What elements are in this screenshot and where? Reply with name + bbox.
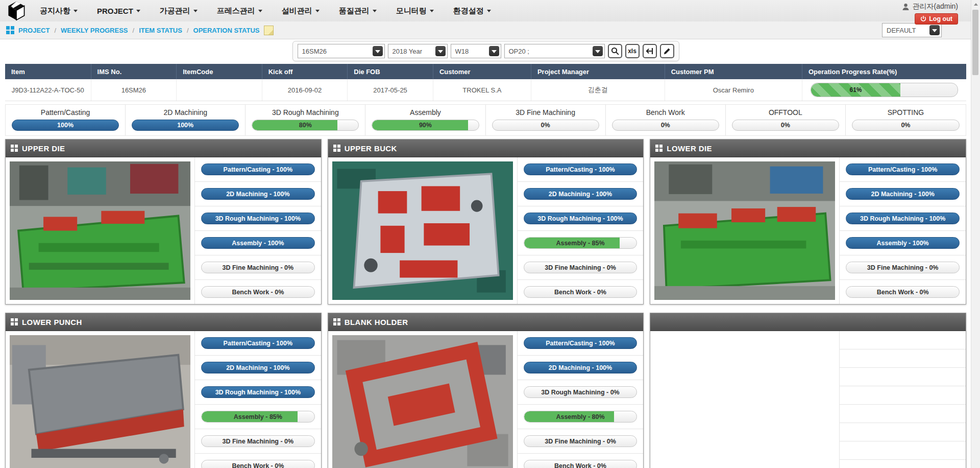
cell: 2017-05-25 — [347, 79, 433, 101]
breadcrumb-link[interactable]: PROJECT — [18, 27, 50, 34]
panel-steps: Pattern/Casting - 100%2D Machining - 100… — [839, 157, 966, 304]
progress-pill[interactable]: 3D Fine Machining - 0% — [201, 262, 315, 273]
progress-pill[interactable]: Pattern/Casting - 100% — [846, 163, 960, 175]
scrollbar-thumb[interactable] — [972, 10, 978, 75]
panel-photo[interactable] — [6, 331, 194, 468]
nav-item-label: 설비관리 — [282, 6, 312, 16]
nav-menu-item[interactable]: 가공관리 — [160, 6, 198, 16]
progress-fill: 61% — [811, 83, 900, 97]
enter-button[interactable] — [643, 44, 657, 58]
select-value: DEFAULT — [887, 27, 916, 34]
nav-menu-item[interactable]: 설비관리 — [282, 6, 320, 16]
progress-pill[interactable]: 3D Rough Machining - 100% — [201, 386, 315, 398]
filter-select-week[interactable]: W18 — [451, 44, 501, 58]
breadcrumb-link[interactable]: WEEKLY PROGRESS — [61, 27, 128, 34]
progress-pill[interactable]: 3D Rough Machining - 100% — [201, 213, 315, 224]
filter-select-item[interactable]: 16SM26 — [298, 44, 385, 58]
panel-steps: Pattern/Casting - 100%2D Machining - 100… — [517, 157, 644, 304]
column-header: Project Manager — [531, 64, 665, 79]
pill-label: 90% — [419, 122, 432, 129]
progress-pill[interactable]: 2D Machining - 100% — [524, 362, 638, 373]
panel-body: Pattern/Casting - 100%2D Machining - 100… — [650, 157, 966, 304]
search-button[interactable] — [608, 44, 622, 58]
nav-menu-item[interactable]: 환경설정 — [453, 6, 491, 16]
step-row: Assembly - 80% — [518, 405, 644, 429]
step-row: Pattern/Casting - 100% — [195, 157, 321, 182]
panel-header: BLANK HOLDER — [328, 313, 644, 331]
user-info: 관리자(admin) — [902, 2, 958, 11]
app-logo-icon[interactable] — [6, 1, 27, 20]
preset-select[interactable]: DEFAULT — [882, 23, 942, 37]
panel-photo[interactable] — [328, 331, 517, 468]
progress-bar: 61% — [811, 83, 958, 97]
nav-item-label: 품질관리 — [339, 6, 370, 16]
breadcrumb-link[interactable]: OPERATION STATUS — [193, 27, 260, 34]
filter-select-operation[interactable]: OP20 ; — [504, 44, 605, 58]
panel-header: UPPER BUCK — [328, 139, 644, 157]
preset-select-wrap: DEFAULT — [882, 23, 942, 37]
progress-pill[interactable]: Pattern/Casting - 100% — [201, 337, 315, 349]
progress-pill[interactable]: Bench Work - 0% — [524, 286, 638, 298]
nav-menu-item[interactable]: 프레스관리 — [217, 6, 262, 16]
filter-group: 16SM262018 YearW18OP20 ; xls — [292, 41, 679, 61]
logout-button[interactable]: Log out — [915, 13, 958, 25]
progress-pill[interactable]: 2D Machining - 100% — [846, 188, 960, 200]
nav-menu-item[interactable]: 모니터링 — [396, 6, 434, 16]
progress-pill[interactable]: 2D Machining - 100% — [524, 188, 638, 200]
cell — [176, 79, 262, 101]
nav-menu-item[interactable]: PROJECT — [97, 7, 140, 15]
step-row: 3D Rough Machining - 100% — [195, 206, 321, 231]
vertical-scrollbar[interactable] — [971, 0, 980, 468]
progress-pill[interactable]: 2D Machining - 100% — [201, 188, 315, 200]
progress-pill[interactable]: Pattern/Casting - 100% — [201, 163, 315, 175]
progress-pill[interactable]: 3D Rough Machining - 0% — [524, 386, 638, 398]
progress-pill[interactable]: Bench Work - 0% — [201, 460, 315, 468]
panel-photo[interactable] — [328, 157, 517, 304]
progress-pill[interactable]: Pattern/Casting - 100% — [524, 163, 638, 175]
breadcrumb-link[interactable]: ITEM STATUS — [139, 27, 182, 34]
summary-item: OFFTOOL0% — [726, 105, 846, 135]
pill-label: Assembly - 100% — [232, 240, 284, 247]
summary-label: SPOTTING — [852, 108, 960, 116]
select-value: W18 — [455, 48, 469, 55]
edit-button[interactable] — [660, 44, 674, 58]
excel-export-button[interactable]: xls — [625, 44, 640, 58]
progress-pill[interactable]: 3D Fine Machining - 0% — [524, 262, 638, 273]
chevron-down-icon — [430, 10, 434, 12]
panels-grid: UPPER DIEPattern/Casting - 100%2D Machin… — [5, 139, 966, 468]
progress-pill[interactable]: Assembly - 85% — [524, 237, 638, 249]
nav-item-label: 모니터링 — [396, 6, 427, 16]
progress-pill[interactable]: 3D Fine Machining - 0% — [524, 435, 638, 447]
progress-pill[interactable]: Assembly - 80% — [524, 411, 638, 423]
progress-pill[interactable]: Assembly - 85% — [201, 411, 315, 423]
progress-pill[interactable]: Bench Work - 0% — [524, 460, 638, 468]
logout-label: Log out — [929, 15, 952, 22]
panel-header: UPPER DIE — [6, 139, 321, 157]
nav-menu-item[interactable]: 품질관리 — [339, 6, 377, 16]
progress-pill: 100% — [132, 120, 239, 131]
summary-item: 3D Fine Machining0% — [486, 105, 606, 135]
pill-label: Pattern/Casting - 100% — [224, 340, 292, 347]
panel-photo[interactable] — [6, 157, 194, 304]
progress-pill[interactable]: 3D Rough Machining - 100% — [846, 213, 960, 224]
progress-pill[interactable]: Bench Work - 0% — [846, 286, 960, 298]
scroll-up-arrow[interactable] — [971, 0, 980, 9]
panel-title: UPPER DIE — [22, 144, 65, 153]
progress-pill[interactable]: Assembly - 100% — [201, 237, 315, 249]
note-icon[interactable] — [264, 26, 274, 35]
filter-select-year[interactable]: 2018 Year — [388, 44, 448, 58]
progress-pill[interactable]: 2D Machining - 100% — [201, 362, 315, 373]
progress-pill: 0% — [492, 120, 599, 131]
progress-pill[interactable]: Assembly - 100% — [846, 237, 960, 249]
progress-pill[interactable]: Bench Work - 0% — [201, 286, 315, 298]
panel-photo[interactable] — [650, 157, 839, 304]
nav-menu-item[interactable]: 공지사항 — [40, 6, 78, 16]
cell: Oscar Remiro — [665, 79, 802, 101]
panel-header: LOWER DIE — [650, 139, 966, 157]
progress-pill[interactable]: 3D Fine Machining - 0% — [201, 435, 315, 447]
progress-pill[interactable]: 3D Fine Machining - 0% — [846, 262, 960, 273]
progress-pill[interactable]: Pattern/Casting - 100% — [524, 337, 638, 349]
progress-pill[interactable]: 3D Rough Machining - 100% — [524, 213, 638, 224]
pill-label: 0% — [781, 122, 790, 129]
panel-body: Pattern/Casting - 100%2D Machining - 100… — [328, 157, 644, 304]
